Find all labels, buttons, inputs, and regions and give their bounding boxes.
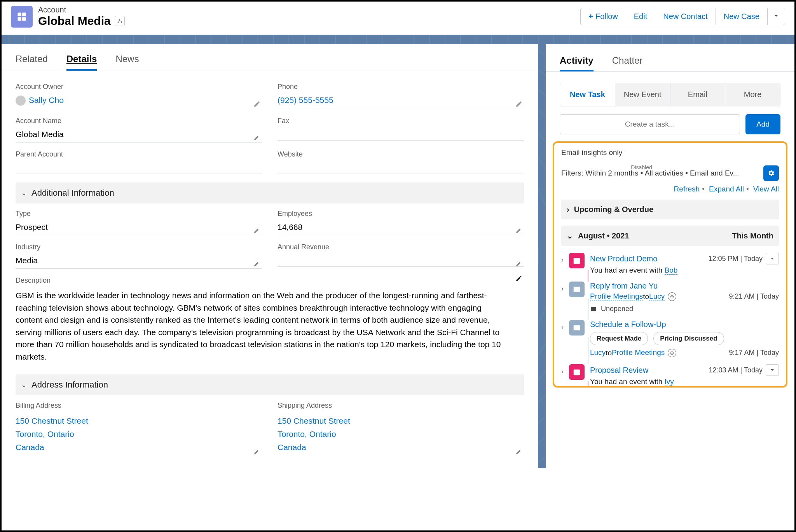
edit-button[interactable]: Edit (626, 8, 655, 25)
field-account-owner: Account Owner Sally Cho (16, 79, 262, 113)
field-parent-account: Parent Account (16, 146, 262, 178)
event-icon (569, 253, 585, 268)
subtab-more[interactable]: More (725, 83, 780, 106)
edit-owner-icon[interactable] (253, 101, 260, 108)
expand-icon[interactable]: › (561, 282, 564, 313)
person-link[interactable]: Bob (665, 266, 678, 275)
add-task-button[interactable]: Add (745, 114, 780, 134)
more-actions-button[interactable] (767, 8, 785, 25)
create-task-input[interactable] (560, 114, 740, 134)
section-address-info[interactable]: ⌄ Address Information (16, 374, 524, 395)
group-upcoming[interactable]: › Upcoming & Overdue (561, 200, 779, 219)
chevron-right-icon: › (567, 205, 569, 214)
chevron-down-icon: ⌄ (567, 231, 573, 240)
toggle-state: Disabled (631, 164, 652, 170)
section-additional-info[interactable]: ⌄ Additional Information (16, 183, 524, 203)
subtab-email[interactable]: Email (670, 83, 726, 106)
right-tabs: Activity Chatter (546, 44, 794, 72)
chevron-down-icon: ⌄ (21, 189, 27, 197)
owner-link[interactable]: Sally Cho (29, 96, 64, 104)
email-status: Unopened (601, 305, 633, 313)
header-actions: +Follow Edit New Contact New Case (581, 8, 785, 25)
details-panel: Related Details News Account Owner Sally… (2, 44, 538, 468)
person-link[interactable]: Lucy (649, 292, 665, 301)
activity-time: 12:05 PM | Today (709, 255, 763, 263)
activity-title-link[interactable]: New Product Demo (590, 254, 657, 263)
edit-description-icon[interactable] (515, 275, 522, 282)
edit-shipping-icon[interactable] (515, 448, 522, 455)
billing-country[interactable]: Canada (16, 441, 262, 454)
related-link[interactable]: Profile Meetings (612, 348, 665, 357)
activity-title-link[interactable]: Schedule a Follow-Up (590, 320, 666, 329)
group-month[interactable]: ⌄ August • 2021 This Month (561, 226, 779, 246)
phone-link[interactable]: (925) 555-5555 (278, 93, 524, 108)
field-industry: Industry Media (16, 239, 262, 273)
label: Account Owner (16, 83, 262, 91)
activity-time: 9:17 AM | Today (729, 349, 779, 357)
tab-activity[interactable]: Activity (560, 55, 594, 71)
edit-phone-icon[interactable] (515, 101, 522, 108)
timeline-connector (588, 337, 588, 364)
expand-all-link[interactable]: Expand All (709, 185, 744, 193)
field-description: Description GBM is the worldwide leader … (16, 273, 524, 370)
refresh-link[interactable]: Refresh (674, 185, 700, 193)
timeline-connector (588, 270, 588, 282)
hierarchy-icon[interactable] (115, 16, 125, 26)
decorative-band (2, 35, 794, 44)
tab-details[interactable]: Details (66, 54, 97, 71)
expand-icon[interactable]: › (561, 253, 564, 275)
edit-billing-icon[interactable] (253, 448, 260, 455)
field-shipping-address: Shipping Address 150 Chestnut Street Tor… (278, 398, 524, 461)
subtab-new-event[interactable]: New Event (615, 83, 670, 106)
insight-chip: Request Made (590, 332, 648, 345)
edit-name-icon[interactable] (253, 134, 260, 141)
view-all-link[interactable]: View All (753, 185, 779, 193)
person-link[interactable]: Ivy (665, 377, 674, 386)
follow-button[interactable]: +Follow (580, 8, 626, 25)
activity-title-link[interactable]: Proposal Review (590, 366, 648, 375)
activity-time: 9:21 AM | Today (729, 292, 779, 301)
activity-panel: Activity Chatter New Task New Event Emai… (546, 44, 794, 468)
subtab-new-task[interactable]: New Task (560, 83, 615, 106)
insight-chip: Pricing Discussed (653, 332, 724, 345)
avatar-icon (16, 96, 26, 106)
tab-related[interactable]: Related (16, 54, 48, 71)
globe-icon: ⊕ (668, 292, 676, 301)
account-icon (11, 6, 33, 28)
edit-employees-icon[interactable] (515, 227, 522, 234)
person-link[interactable]: Jane Yu (630, 282, 658, 290)
shipping-street[interactable]: 150 Chestnut Street (278, 414, 524, 428)
expand-icon[interactable]: › (561, 320, 564, 357)
new-case-button[interactable]: New Case (716, 8, 768, 25)
svg-rect-4 (119, 19, 120, 19)
field-billing-address: Billing Address 150 Chestnut Street Toro… (16, 398, 262, 461)
billing-street[interactable]: 150 Chestnut Street (16, 414, 262, 428)
filter-settings-button[interactable] (763, 165, 779, 181)
shipping-city[interactable]: Toronto, Ontario (278, 428, 524, 441)
activity-item: › Reply from Jane Yu Profile Meetings to… (561, 282, 779, 313)
timeline-connector (588, 381, 588, 386)
person-link[interactable]: Lucy (590, 348, 606, 357)
svg-rect-3 (22, 17, 26, 21)
edit-industry-icon[interactable] (253, 260, 260, 267)
svg-rect-6 (121, 22, 122, 23)
field-employees: Employees 14,668 (278, 206, 524, 239)
billing-city[interactable]: Toronto, Ontario (16, 428, 262, 441)
globe-icon: ⊕ (668, 349, 676, 357)
shipping-country[interactable]: Canada (278, 441, 524, 454)
activity-item: › Proposal Review 12:03 AM | Today You h… (561, 364, 779, 386)
expand-icon[interactable]: › (561, 364, 564, 386)
tab-news[interactable]: News (115, 54, 139, 71)
chevron-down-icon: ⌄ (21, 381, 27, 389)
tab-chatter[interactable]: Chatter (612, 55, 643, 71)
field-fax: Fax (278, 113, 524, 146)
svg-rect-5 (117, 22, 118, 23)
svg-rect-2 (18, 17, 21, 21)
new-contact-button[interactable]: New Contact (655, 8, 716, 25)
field-website: Website (278, 146, 524, 178)
edit-type-icon[interactable] (253, 227, 260, 234)
activity-menu-button[interactable] (766, 364, 779, 376)
edit-revenue-icon[interactable] (515, 260, 522, 267)
related-link[interactable]: Profile Meetings (590, 292, 643, 301)
activity-menu-button[interactable] (766, 253, 779, 264)
